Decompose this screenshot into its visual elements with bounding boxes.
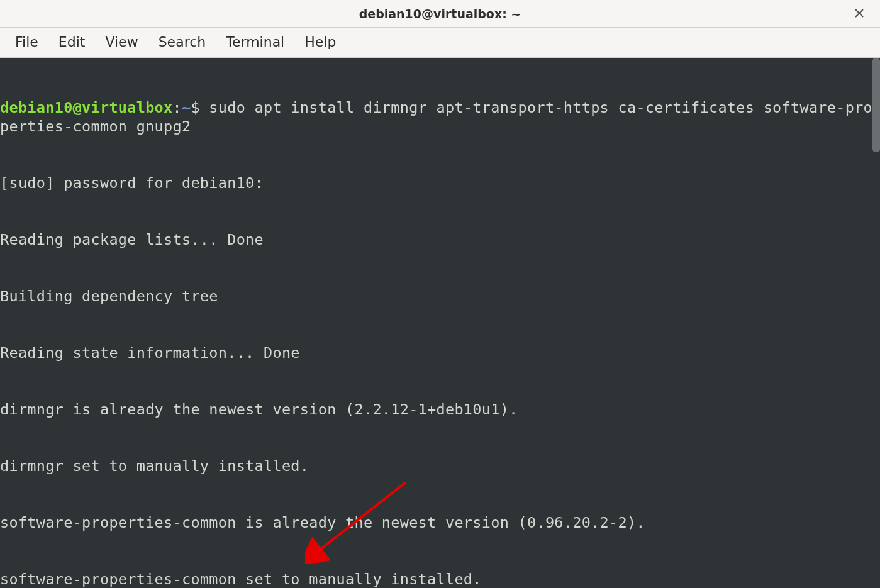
output-line: Reading state information... Done — [0, 343, 880, 362]
scrollbar-thumb[interactable] — [872, 58, 880, 152]
window-title: debian10@virtualbox: ~ — [359, 7, 521, 21]
menu-view[interactable]: View — [95, 31, 148, 52]
prompt-symbol: $ — [191, 99, 199, 116]
menu-help[interactable]: Help — [294, 31, 346, 52]
output-line: dirmngr is already the newest version (2… — [0, 400, 880, 419]
prompt-user: debian10@virtualbox — [0, 99, 173, 116]
menu-file[interactable]: File — [5, 31, 48, 52]
output-line: software-properties-common is already th… — [0, 513, 880, 532]
prompt-line: debian10@virtualbox:~$ sudo apt install … — [0, 98, 880, 136]
prompt-colon: : — [173, 99, 182, 116]
output-line: software-properties-common set to manual… — [0, 570, 880, 588]
close-icon[interactable] — [850, 5, 869, 23]
output-line: dirmngr set to manually installed. — [0, 457, 880, 475]
menu-terminal[interactable]: Terminal — [216, 31, 294, 52]
menu-search[interactable]: Search — [148, 31, 216, 52]
output-line: [sudo] password for debian10: — [0, 174, 880, 192]
window-titlebar: debian10@virtualbox: ~ — [0, 0, 880, 28]
prompt-path: ~ — [182, 99, 191, 116]
output-line: Reading package lists... Done — [0, 230, 880, 249]
menubar: File Edit View Search Terminal Help — [0, 28, 880, 58]
terminal-output[interactable]: debian10@virtualbox:~$ sudo apt install … — [0, 58, 880, 588]
output-line: Building dependency tree — [0, 287, 880, 306]
menu-edit[interactable]: Edit — [48, 31, 96, 52]
